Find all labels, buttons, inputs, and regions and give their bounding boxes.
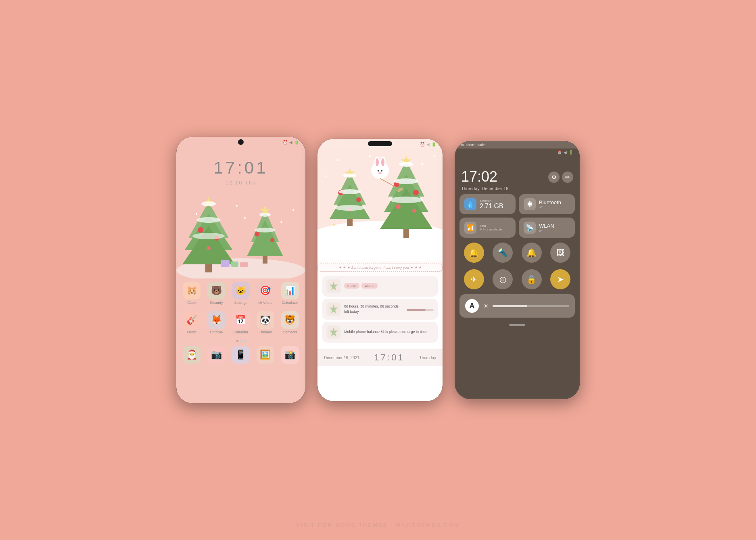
svg-point-16 xyxy=(255,232,259,237)
lockscreen-time-bar: December 16, 2021 17:01 Thursday xyxy=(317,349,443,366)
settings-cc-icon[interactable]: ⚙ xyxy=(548,172,560,183)
cc-btn-vibrate[interactable]: 🔔 xyxy=(464,243,484,263)
widget-battery[interactable]: Mobile phone balance 81% please recharge… xyxy=(322,322,438,343)
battery-icon-3: 🔋 xyxy=(568,150,573,155)
network-tile-status: M Not available xyxy=(480,228,502,231)
widget-hours-text: 06 hours, 38 minutes, 06 seconds left to… xyxy=(344,304,403,315)
svg-rect-14 xyxy=(263,256,267,264)
words-button[interactable]: words xyxy=(361,283,378,289)
svg-point-26 xyxy=(292,209,294,211)
svg-point-24 xyxy=(236,205,238,207)
cc-btn-bell[interactable]: 🔔 xyxy=(522,243,542,263)
themes-label: Themes xyxy=(259,330,272,334)
phone-3-screen: Airplane mode ⏰ ◀ 🔋 17:02 xyxy=(455,141,580,399)
cc-slider-container: A ☀ xyxy=(455,291,580,321)
cc-btn-lock[interactable]: 🔒 xyxy=(522,269,542,289)
bottom-icon-5: 📸 xyxy=(281,346,299,364)
cc-slider-track xyxy=(493,305,569,307)
data-tile-sublabel: a month xyxy=(480,199,503,203)
svg-point-65 xyxy=(434,155,435,157)
svg-point-48 xyxy=(412,209,416,213)
svg-point-10 xyxy=(196,217,221,223)
svg-rect-32 xyxy=(347,219,353,226)
cc-a-label: A xyxy=(465,299,479,313)
svg-point-19 xyxy=(255,228,275,232)
app-mivideo[interactable]: 🎯 Mi Video xyxy=(255,282,276,305)
app-clock[interactable]: 🐹 Clock xyxy=(181,282,203,305)
cc-btn-airplane[interactable]: ✈ xyxy=(464,269,484,289)
app-themes[interactable]: 🐼 Themes xyxy=(255,311,276,334)
alarm-icon: ⏰ xyxy=(283,140,288,144)
app-security[interactable]: 🐻 Security xyxy=(206,282,227,305)
app-grid-row1: 🐹 Clock 🐻 Security 🐱 Settings 🎯 Mi Video xyxy=(176,278,305,308)
security-icon: 🐻 xyxy=(207,282,225,299)
app-bottom-1[interactable]: 🎅 xyxy=(181,346,203,364)
watermark: VISIT FOR MORE THEMES - MIUITHEMER.COM xyxy=(296,522,460,528)
bluetooth-tile-label: Bluetooth xyxy=(539,199,561,205)
edit-cc-icon[interactable]: ✏ xyxy=(562,172,573,183)
app-bottom-2[interactable]: 📷 xyxy=(206,346,227,364)
cc-btn-img[interactable]: 🖼 xyxy=(550,243,570,263)
wlan-tile-label: WLAN xyxy=(539,223,554,229)
move-button[interactable]: move xyxy=(344,283,359,289)
app-music[interactable]: 🎸 Music xyxy=(181,311,203,334)
cc-header: 17:02 Thursday, December 16 ⚙ ✏ xyxy=(455,156,580,194)
battery-icon: 🔋 xyxy=(294,140,299,144)
cc-btn-torch[interactable]: 🔦 xyxy=(493,243,513,263)
app-bottom-5[interactable]: 📸 xyxy=(279,346,301,364)
svg-point-6 xyxy=(198,227,203,233)
svg-rect-20 xyxy=(221,260,230,267)
app-contacts[interactable]: 🐯 Contacts xyxy=(279,311,301,334)
widget-hours[interactable]: 06 hours, 38 minutes, 06 seconds left to… xyxy=(322,299,438,320)
svg-rect-21 xyxy=(231,262,238,267)
cc-btn-dark[interactable]: ◎ xyxy=(493,269,513,289)
cc-tile-network[interactable]: 📶 data M Not available xyxy=(459,218,516,238)
signal-icon-2: ◀ xyxy=(426,142,430,147)
bluetooth-tile-status: off xyxy=(539,205,561,209)
cc-btn-nav[interactable]: ➤ xyxy=(550,269,570,289)
app-calendar[interactable]: 📅 Calendar xyxy=(230,311,252,334)
cc-brightness-slider[interactable]: A ☀ xyxy=(459,294,575,318)
xmas-scene xyxy=(176,190,305,278)
cc-tile-wlan[interactable]: 📡 WLAN off xyxy=(519,218,575,238)
phones-container: ⏰ ◀ 🔋 17:01 12.16 Thu xyxy=(176,137,580,403)
alarm-icon-2: ⏰ xyxy=(420,142,425,147)
svg-point-66 xyxy=(325,176,326,177)
settings-label: Settings xyxy=(234,301,248,305)
calendar-label: Calendar xyxy=(234,330,249,334)
cc-tile-data[interactable]: 💧 a month 2.71 GB xyxy=(459,194,516,214)
widget-move-words[interactable]: move words xyxy=(322,276,438,297)
themes-icon: 🐼 xyxy=(257,311,274,329)
svg-point-64 xyxy=(422,163,424,165)
svg-marker-13 xyxy=(247,220,283,256)
bottom-icon-3: 📱 xyxy=(232,346,250,364)
app-settings[interactable]: 🐱 Settings xyxy=(230,282,252,305)
app-bottom-4[interactable]: 🖼️ xyxy=(255,346,276,364)
app-chrome[interactable]: 🦊 Chrome xyxy=(206,311,227,334)
phone-2: ⏰ ◀ 🔋 xyxy=(317,139,443,401)
svg-point-27 xyxy=(244,217,246,219)
cc-date: Thursday, December 16 xyxy=(461,186,508,191)
widget-icon-3 xyxy=(326,325,341,339)
phone-2-camera xyxy=(368,141,392,146)
data-tile-icon: 💧 xyxy=(464,198,476,210)
app-calculator[interactable]: 📊 Calculator xyxy=(279,282,301,305)
svg-point-51 xyxy=(389,197,423,203)
signal-icon-3: ◀ xyxy=(564,150,567,155)
app-bottom-3[interactable]: 📱 xyxy=(230,346,252,364)
santa-quote: ✦ ✦ ✦ Santa said forget it, I can't carr… xyxy=(317,264,443,272)
lock-day: Thursday xyxy=(419,356,436,360)
svg-point-35 xyxy=(356,197,361,202)
widget-icon-1 xyxy=(326,279,341,293)
svg-point-46 xyxy=(413,190,419,195)
settings-icon: 🐱 xyxy=(232,282,250,299)
cc-tile-bluetooth[interactable]: ✱ Bluetooth off xyxy=(519,194,575,214)
wlan-tile-icon: 📡 xyxy=(524,222,536,234)
xmas-tree-svg xyxy=(176,190,305,278)
phone-3: Airplane mode ⏰ ◀ 🔋 17:02 xyxy=(455,141,580,399)
svg-point-50 xyxy=(394,178,418,184)
bluetooth-tile-icon: ✱ xyxy=(524,198,536,210)
bottom-icon-4: 🖼️ xyxy=(257,346,274,364)
lockscreen-art xyxy=(317,148,443,261)
phone-1-screen: ⏰ ◀ 🔋 17:01 12.16 Thu xyxy=(176,137,305,403)
